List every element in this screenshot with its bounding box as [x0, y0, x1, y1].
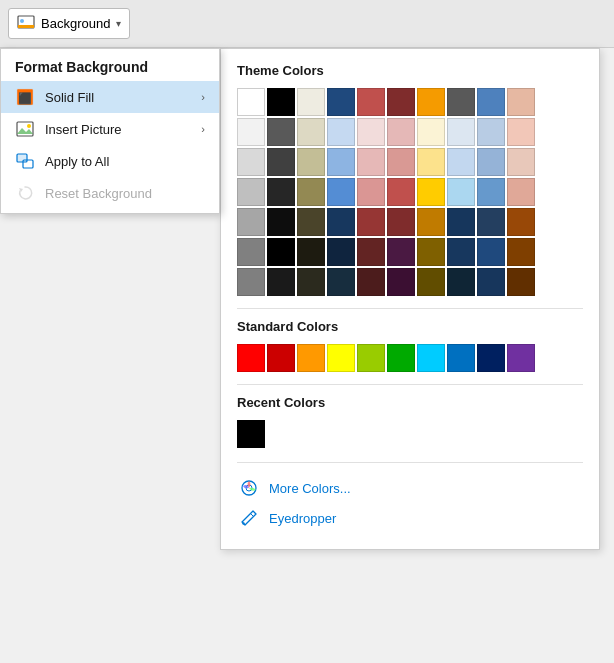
theme-color-swatch[interactable] [417, 238, 445, 266]
theme-color-swatch[interactable] [477, 268, 505, 296]
theme-color-swatch[interactable] [357, 178, 385, 206]
theme-color-swatch[interactable] [417, 148, 445, 176]
theme-color-swatch[interactable] [237, 88, 265, 116]
theme-color-swatch[interactable] [297, 118, 325, 146]
theme-color-swatch[interactable] [417, 268, 445, 296]
theme-color-swatch[interactable] [267, 178, 295, 206]
theme-color-swatch[interactable] [267, 88, 295, 116]
menu-item-apply-to-all[interactable]: Apply to All [1, 145, 219, 177]
theme-color-swatch[interactable] [357, 148, 385, 176]
theme-color-swatch[interactable] [327, 208, 355, 236]
theme-color-swatch[interactable] [267, 148, 295, 176]
theme-color-swatch[interactable] [417, 118, 445, 146]
svg-point-2 [20, 19, 24, 23]
theme-color-swatch[interactable] [417, 178, 445, 206]
theme-color-swatch[interactable] [327, 148, 355, 176]
standard-color-swatch[interactable] [267, 344, 295, 372]
standard-color-swatch[interactable] [447, 344, 475, 372]
theme-color-swatch[interactable] [477, 208, 505, 236]
theme-color-swatch[interactable] [357, 208, 385, 236]
standard-color-swatch[interactable] [297, 344, 325, 372]
svg-rect-1 [18, 25, 34, 28]
theme-color-swatch[interactable] [387, 88, 415, 116]
standard-color-swatch[interactable] [357, 344, 385, 372]
theme-color-swatch[interactable] [327, 268, 355, 296]
standard-color-swatch[interactable] [507, 344, 535, 372]
theme-color-swatch[interactable] [447, 148, 475, 176]
apply-to-all-label: Apply to All [45, 154, 109, 169]
theme-color-swatch[interactable] [387, 208, 415, 236]
theme-color-swatch[interactable] [297, 208, 325, 236]
theme-color-swatch[interactable] [357, 88, 385, 116]
theme-color-swatch[interactable] [507, 178, 535, 206]
theme-color-swatch[interactable] [387, 178, 415, 206]
menu-header: Format Background [1, 49, 219, 81]
theme-color-swatch[interactable] [297, 148, 325, 176]
theme-color-swatch[interactable] [297, 88, 325, 116]
theme-color-swatch[interactable] [237, 238, 265, 266]
theme-color-swatch[interactable] [327, 178, 355, 206]
theme-color-swatch[interactable] [237, 268, 265, 296]
theme-color-swatch[interactable] [297, 178, 325, 206]
theme-color-swatch[interactable] [267, 208, 295, 236]
standard-color-swatch[interactable] [387, 344, 415, 372]
more-colors-action[interactable]: More Colors... [237, 473, 583, 503]
theme-colors-title: Theme Colors [237, 63, 583, 78]
format-background-menu: Format Background ⬛ Solid Fill › Insert … [0, 48, 220, 214]
theme-color-swatch[interactable] [477, 88, 505, 116]
theme-color-swatch[interactable] [447, 88, 475, 116]
theme-color-swatch[interactable] [507, 238, 535, 266]
svg-text:⬛: ⬛ [18, 91, 32, 105]
theme-color-swatch[interactable] [477, 148, 505, 176]
theme-color-swatch[interactable] [507, 268, 535, 296]
insert-picture-icon [15, 119, 35, 139]
theme-color-swatch[interactable] [387, 148, 415, 176]
menu-item-insert-picture[interactable]: Insert Picture › [1, 113, 219, 145]
theme-color-swatch[interactable] [477, 118, 505, 146]
standard-color-swatch[interactable] [327, 344, 355, 372]
standard-color-swatch[interactable] [417, 344, 445, 372]
theme-color-swatch[interactable] [417, 88, 445, 116]
theme-color-swatch[interactable] [447, 238, 475, 266]
theme-color-swatch[interactable] [477, 238, 505, 266]
theme-color-swatch[interactable] [297, 268, 325, 296]
theme-color-swatch[interactable] [267, 118, 295, 146]
standard-colors-title: Standard Colors [237, 319, 583, 334]
theme-color-swatch[interactable] [507, 148, 535, 176]
theme-color-swatch[interactable] [357, 238, 385, 266]
recent-colors-title: Recent Colors [237, 395, 583, 410]
theme-color-swatch[interactable] [327, 238, 355, 266]
theme-color-swatch[interactable] [237, 178, 265, 206]
theme-color-swatch[interactable] [477, 178, 505, 206]
theme-color-swatch[interactable] [327, 118, 355, 146]
theme-color-swatch[interactable] [357, 268, 385, 296]
theme-color-swatch[interactable] [447, 268, 475, 296]
standard-color-swatch[interactable] [237, 344, 265, 372]
theme-color-swatch[interactable] [237, 118, 265, 146]
theme-color-swatch[interactable] [507, 118, 535, 146]
theme-color-swatch[interactable] [327, 88, 355, 116]
theme-color-swatch[interactable] [237, 148, 265, 176]
theme-color-swatch[interactable] [267, 268, 295, 296]
theme-color-swatch[interactable] [417, 208, 445, 236]
theme-color-swatch[interactable] [387, 238, 415, 266]
theme-color-swatch[interactable] [237, 208, 265, 236]
theme-color-swatch[interactable] [447, 118, 475, 146]
svg-point-15 [242, 522, 244, 524]
theme-color-swatch[interactable] [297, 238, 325, 266]
theme-color-swatch[interactable] [387, 268, 415, 296]
menu-item-solid-fill[interactable]: ⬛ Solid Fill › [1, 81, 219, 113]
color-picker-panel: Theme Colors Standard Colors Recent Colo… [220, 48, 600, 550]
theme-color-swatch[interactable] [507, 208, 535, 236]
background-button[interactable]: Background ▾ [8, 8, 130, 39]
recent-color-swatch[interactable] [237, 420, 265, 448]
theme-color-swatch[interactable] [507, 88, 535, 116]
theme-color-swatch[interactable] [267, 238, 295, 266]
menu-item-reset-background[interactable]: Reset Background [1, 177, 219, 209]
standard-color-swatch[interactable] [477, 344, 505, 372]
theme-color-swatch[interactable] [447, 178, 475, 206]
eyedropper-action[interactable]: Eyedropper [237, 503, 583, 533]
theme-color-swatch[interactable] [447, 208, 475, 236]
theme-color-swatch[interactable] [387, 118, 415, 146]
theme-color-swatch[interactable] [357, 118, 385, 146]
